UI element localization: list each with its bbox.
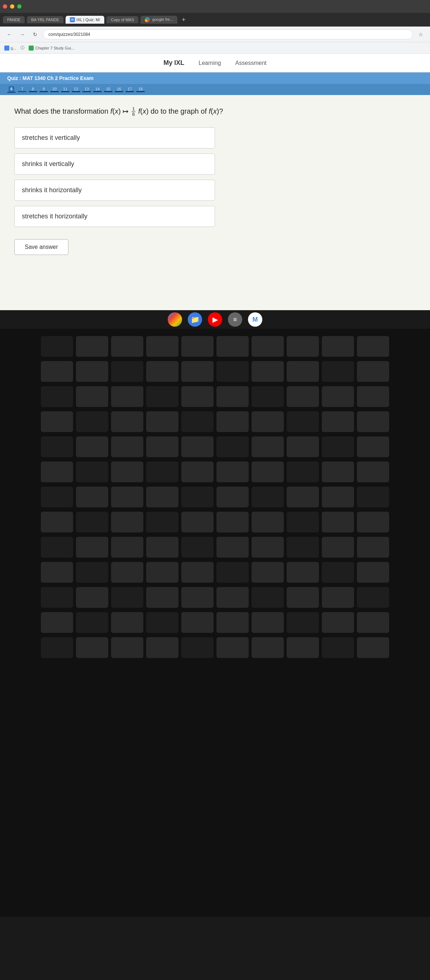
keyboard-row-13 [7,637,423,658]
dock-chrome-icon[interactable] [168,312,182,327]
q-num-16[interactable]: 16 [115,87,123,92]
key [41,562,73,583]
q-num-17[interactable]: 17 [125,87,134,92]
address-bar-row: ← → ↻ ☆ [0,27,430,42]
q-num-9[interactable]: 9 [40,87,48,92]
ixl-tab-icon: IX [70,17,75,22]
tab-ixl-active[interactable]: IX IXL | Quiz: M/ [65,16,104,24]
tab-google[interactable]: google fre... [140,16,178,24]
key [216,637,249,658]
key [76,411,108,432]
new-tab-button[interactable]: + [179,16,188,24]
tab-copy-mas[interactable]: Copy of MAS [106,16,138,23]
forward-button[interactable]: → [17,29,27,40]
key [181,386,214,407]
question-text: What does the transformation f(x) ↦ 1 6 … [14,106,416,117]
key [287,361,319,382]
key [216,436,249,457]
bookmark-chapter[interactable]: Chapter 7 Study Gui... [29,46,74,51]
key [322,461,354,482]
key [357,487,389,508]
q-num-12[interactable]: 12 [71,87,80,92]
q-num-15[interactable]: 15 [104,87,113,92]
key [216,587,249,608]
dock-gmail-icon[interactable]: M [248,312,262,327]
address-input[interactable] [43,29,413,40]
tab-ba-yrl[interactable]: BA YRL PANDE [27,16,63,23]
key [357,612,389,633]
bookmark-g[interactable]: g... [4,46,16,51]
key [41,336,73,357]
key [252,512,284,533]
answer-option-c[interactable]: shrinks it horizontally [14,180,215,201]
q-num-8[interactable]: 8 [29,87,37,92]
key [181,562,214,583]
ixl-content: My IXL Learning Assessment Quiz : MAT 13… [0,54,430,310]
keyboard-row-1 [7,336,423,357]
key [41,612,73,633]
keyboard-area [0,329,430,917]
q-num-11[interactable]: 11 [61,87,70,92]
q-num-6[interactable]: 6 [7,86,16,93]
key [216,461,249,482]
q-num-14[interactable]: 14 [93,87,102,92]
keyboard-row-6 [7,461,423,482]
tab-pande[interactable]: PANDE [3,16,25,23]
fraction: 1 6 [132,107,135,117]
keyboard-row-3 [7,386,423,407]
q-num-10[interactable]: 10 [50,87,59,92]
nav-learning[interactable]: Learning [198,60,221,66]
key [76,487,108,508]
key [322,336,354,357]
bookmark-button[interactable]: ☆ [416,29,426,40]
key [76,436,108,457]
key [216,512,249,533]
bookmark-info[interactable]: ⓘ [21,45,24,51]
key [322,537,354,558]
keyboard-row-9 [7,537,423,558]
key [181,612,214,633]
key [181,637,214,658]
nav-assessment[interactable]: Assessment [235,60,267,66]
key [322,562,354,583]
key [111,411,143,432]
key [287,386,319,407]
answer-option-a[interactable]: stretches it vertically [14,127,215,148]
dock-menu-icon[interactable]: ≡ [228,312,242,327]
back-button[interactable]: ← [4,29,14,40]
dock-files-icon[interactable]: 📁 [188,312,202,327]
key [146,587,178,608]
save-answer-button[interactable]: Save answer [14,239,68,255]
q-num-7[interactable]: 7 [18,87,27,92]
key [146,612,178,633]
key [41,461,73,482]
nav-my-ixl[interactable]: My IXL [163,59,184,67]
reload-button[interactable]: ↻ [30,29,40,40]
key [216,411,249,432]
key [181,512,214,533]
key [357,361,389,382]
key [287,461,319,482]
answer-option-b[interactable]: shrinks it vertically [14,153,215,175]
key [111,587,143,608]
dock-youtube-icon[interactable]: ▶ [208,312,222,327]
taskbar: 📁 ▶ ≡ M [0,310,430,329]
key [252,461,284,482]
q-num-18[interactable]: 18 [136,87,145,92]
key [181,436,214,457]
key [322,436,354,457]
key [357,537,389,558]
key [216,336,249,357]
key [357,436,389,457]
key [146,537,178,558]
key [41,436,73,457]
q-num-13[interactable]: 13 [83,87,91,92]
key [111,537,143,558]
key [287,612,319,633]
answer-option-d[interactable]: stretches it horizontally [14,206,215,227]
key [287,562,319,583]
key [357,512,389,533]
key [111,361,143,382]
ixl-top-nav: My IXL Learning Assessment [0,54,430,72]
quiz-title: Quiz : MAT 1340 Ch 2 Practice Exam [7,75,94,81]
